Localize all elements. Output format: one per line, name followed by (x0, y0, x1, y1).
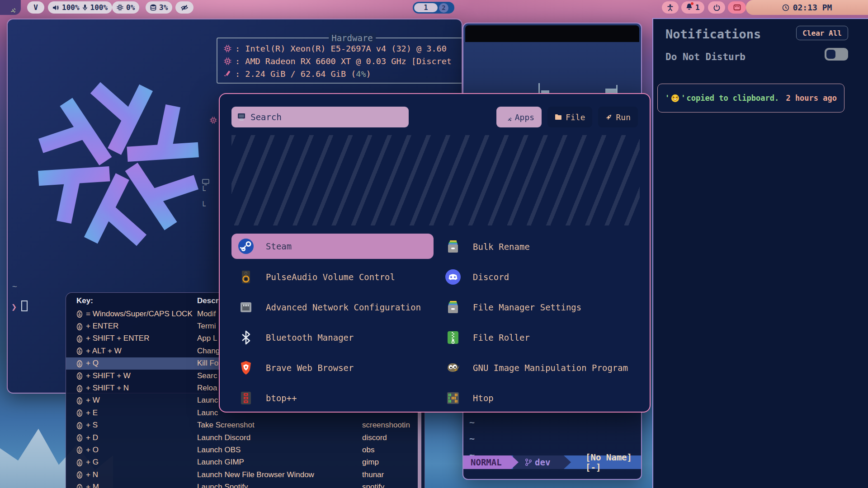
memory-stack-icon (150, 4, 156, 11)
app-label: File Manager Settings (473, 302, 581, 312)
volume-value: 100% (62, 3, 80, 12)
keybind-row: + DLaunch Discorddiscord (66, 432, 425, 444)
notification-card[interactable]: ' ' copied to clipboard. 2 hours ago (657, 84, 844, 113)
window-icon (733, 4, 741, 11)
shell-cursor[interactable] (21, 300, 28, 311)
search-input[interactable] (250, 112, 403, 122)
search-input-wrap[interactable] (231, 107, 409, 127)
tab-file[interactable]: File (547, 107, 592, 127)
speaker-icon (238, 269, 254, 285)
vim-statusline: NORMAL dev [No Name] [-] (463, 455, 641, 469)
btop-icon (238, 390, 254, 406)
nix-menu-button[interactable] (0, 0, 21, 15)
audio-widget[interactable]: 100% 100% (48, 1, 112, 14)
power-widget[interactable] (708, 1, 725, 14)
app-item-steam[interactable]: Steam (231, 234, 434, 259)
app-label: Advanced Network Configuration (266, 302, 421, 312)
bell-icon (686, 3, 693, 12)
dnd-label: Do Not Disturb (665, 52, 745, 62)
app-label: Bluetooth Manager (266, 333, 354, 343)
app-item-discord[interactable]: Discord (439, 262, 640, 292)
keybinds-header-key: Key: (76, 296, 93, 305)
computer-icon (237, 112, 246, 122)
cpu-widget[interactable]: 0% (112, 1, 139, 14)
file-cabinet-icon (445, 239, 461, 255)
cpu-value: 0% (126, 3, 135, 12)
keybind-row: + NLaunch New File Browser Windowthunar (66, 469, 425, 481)
app-label: btop++ (266, 393, 297, 403)
bluetooth-icon (238, 329, 254, 346)
accessibility-widget[interactable] (662, 1, 679, 14)
cpu-icon (117, 4, 123, 11)
ram-widget[interactable]: 3% (146, 1, 172, 14)
workspace-2-button[interactable]: 2 (439, 3, 448, 13)
tux-icon (76, 397, 83, 404)
tux-icon (76, 409, 83, 417)
app-item-pulseaudio[interactable]: PulseAudio Volume Control (231, 262, 439, 292)
app-item-bluetooth[interactable]: Bluetooth Manager (231, 322, 439, 352)
vim-file-segment: [No Name] [-] (585, 455, 641, 469)
vim-tilde: ~ (469, 417, 475, 427)
speaker-icon (52, 5, 59, 11)
vim-mode-segment: NORMAL (463, 455, 519, 469)
brave-icon (238, 360, 254, 376)
app-grid: Steam Bulk Rename PulseAudio Volume Cont… (231, 231, 640, 413)
ethernet-icon (238, 299, 254, 315)
tux-icon (76, 335, 83, 343)
fetch-box-title: Hardware (329, 33, 376, 43)
tree-fragment: └ (201, 201, 206, 211)
app-item-network[interactable]: Advanced Network Configuration (231, 292, 439, 322)
chip-fragment-icon (210, 117, 217, 124)
app-item-brave[interactable]: Brave Web Browser (231, 352, 439, 383)
wallpaper-preview (231, 135, 640, 225)
ram-value: 3% (159, 3, 168, 12)
app-label: PulseAudio Volume Control (266, 272, 395, 282)
mic-value: 100% (90, 3, 108, 12)
tux-icon (76, 483, 83, 488)
tux-icon (76, 360, 83, 367)
launcher-tabs: Apps File Run (496, 107, 638, 127)
run-rocket-icon (605, 114, 612, 121)
app-label: Steam (266, 241, 292, 251)
tab-run[interactable]: Run (598, 107, 638, 127)
notification-message: ' ' copied to clipboard. (665, 94, 779, 103)
shell-tilde: ~ (12, 282, 17, 291)
notifications-widget[interactable]: 1 (681, 1, 704, 14)
app-item-htop[interactable]: Htop (439, 383, 640, 413)
keybind-row: + OLaunch OBSobs (66, 444, 425, 456)
tux-icon (76, 310, 83, 318)
app-label: Htop (473, 393, 494, 403)
discord-icon (445, 269, 461, 285)
gimp-icon (445, 360, 461, 376)
clock-icon (782, 4, 789, 11)
workspace-1-button[interactable]: 1 (414, 3, 438, 12)
app-item-file-manager-settings[interactable]: File Manager Settings (439, 292, 640, 322)
terminal-title-bar (465, 25, 639, 42)
nixos-logo (28, 74, 209, 254)
clock-widget[interactable]: 02:13 PM (746, 0, 868, 15)
clock-text: 02:13 PM (793, 3, 832, 12)
htop-icon (445, 390, 461, 406)
notification-time: 2 hours ago (786, 94, 837, 103)
keybind-row: + GLaunch GIMPgimp (66, 456, 425, 469)
app-item-bulk-rename[interactable]: Bulk Rename (439, 231, 640, 262)
tux-icon (76, 372, 83, 380)
app-item-file-roller[interactable]: File Roller (439, 322, 640, 352)
app-item-gimp[interactable]: GNU Image Manipulation Program (439, 352, 640, 383)
idle-inhibitor-widget[interactable] (175, 1, 193, 14)
git-branch-icon (525, 458, 532, 466)
tab-apps[interactable]: Apps (496, 107, 542, 127)
dnd-toggle[interactable] (825, 48, 848, 61)
git-branch-name: dev (535, 457, 550, 467)
app-item-btop[interactable]: btop++ (231, 383, 439, 413)
monogram-widget[interactable]: V (27, 1, 44, 14)
tux-icon (76, 385, 83, 392)
screenshot-widget[interactable] (728, 1, 746, 14)
folder-icon (555, 114, 562, 120)
dnd-toggle-knob (826, 50, 835, 59)
nix-snowflake-icon (5, 3, 15, 13)
microphone-icon (82, 4, 88, 11)
clear-all-button[interactable]: Clear All (796, 26, 848, 40)
fetch-mem-line: : 2.24 GiB / 62.64 GiB (4%) (235, 69, 371, 79)
tux-icon (76, 323, 83, 330)
